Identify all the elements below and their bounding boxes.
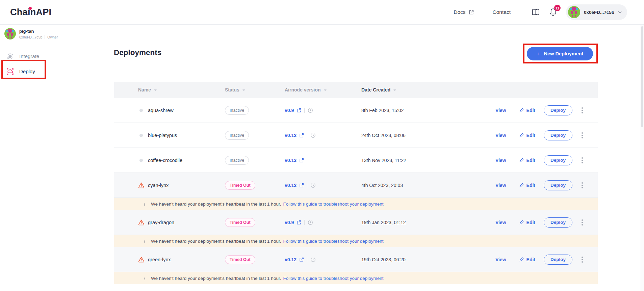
edit-button[interactable]: Edit [519,220,535,225]
view-button[interactable]: View [495,108,506,113]
navbar-right: Docs Contact [454,4,627,20]
version-link[interactable]: v0.9 [285,220,301,225]
deployment-name: aqua-shrew [148,108,174,113]
notification-count-badge: 11 [554,5,561,11]
name-cell: green-lynx [114,256,225,263]
sidebar-item-label: Deploy [19,69,35,74]
top-navbar: ChainAPI Docs Contact [0,0,644,25]
edit-button[interactable]: Edit [519,257,535,262]
version-divider [304,108,305,113]
version-extra [304,257,316,262]
status-badge: Timed Out [225,218,255,227]
sort-icon[interactable] [393,89,396,91]
scrollbar-thumb[interactable] [641,26,643,127]
update-clock-icon[interactable] [310,183,316,188]
sidebar-item-deploy[interactable]: Deploy [0,64,65,79]
account-menu[interactable]: 0x0eFD...7c5b [566,4,627,20]
date-cell: 24th Oct 2023, 08:06 [361,133,457,138]
deployment-name: coffee-crocodile [148,158,182,163]
date-created: 24th Oct 2023, 08:06 [361,133,406,138]
notifications-button[interactable]: 11 [549,8,557,17]
edit-button[interactable]: Edit [519,133,535,138]
docs-label: Docs [454,9,465,15]
status-cell: Inactive [225,106,285,115]
version-link[interactable]: v0.12 [285,183,304,188]
table-row: green-lynx Timed Out v0.12 [114,247,598,272]
contact-label: Contact [493,9,511,15]
deploy-button[interactable]: Deploy [544,130,572,140]
new-deployment-button[interactable]: + New Deployment [527,47,593,60]
docs-book-button[interactable] [531,8,540,16]
troubleshoot-link[interactable]: Follow this guide to troubleshoot your d… [283,276,383,281]
update-clock-icon[interactable] [310,257,316,262]
kebab-menu-icon[interactable] [580,156,584,165]
table-row: blue-platypus Inactive v0.12 [114,123,598,148]
sort-icon[interactable] [324,89,327,91]
sidebar-item-integrate[interactable]: Integrate [0,49,65,64]
deploy-button[interactable]: Deploy [544,255,572,265]
view-button[interactable]: View [495,183,506,188]
date-cell: 4th Oct 2023, 20:03 [361,183,457,188]
name-cell: coffee-crocodile [114,158,225,163]
deploy-button[interactable]: Deploy [544,105,572,115]
inactive-dot-icon [139,134,143,137]
kebab-menu-icon[interactable] [580,131,584,140]
chevron-down-icon [618,11,622,14]
docs-link[interactable]: Docs [454,9,473,15]
version-link[interactable]: v0.13 [285,158,304,163]
column-header-name[interactable]: Name [114,87,225,92]
warning-message: We haven't heard your deployment's heart… [151,202,281,207]
warning-message: We haven't heard your deployment's heart… [151,276,281,281]
avatar [4,28,16,39]
actions-cell: View Edit Deploy [457,130,598,140]
update-clock-icon[interactable] [308,220,313,225]
deployments-table: Name Status Airnode version Date Created [114,82,598,291]
actions-cell: View Edit Deploy [457,105,598,115]
avatar [568,6,580,18]
troubleshoot-link[interactable]: Follow this guide to troubleshoot your d… [283,239,383,244]
date-created: 4th Oct 2023, 20:03 [361,183,403,188]
version-link[interactable]: v0.9 [285,108,301,113]
view-button[interactable]: View [495,220,506,225]
warning-icon [142,201,148,207]
external-link-icon [299,257,304,262]
sort-icon[interactable] [154,89,157,91]
version-cell: v0.12 [285,133,361,138]
view-button[interactable]: View [495,133,506,138]
scrollbar-track[interactable] [640,24,644,291]
version-extra [301,108,313,113]
sidebar-user-block: pig-tan 0x0eFD...7c5b Owner [0,24,65,44]
deploy-button[interactable]: Deploy [544,217,572,228]
contact-link[interactable]: Contact [493,9,511,15]
deploy-button[interactable]: Deploy [544,180,572,190]
troubleshoot-link[interactable]: Follow this guide to troubleshoot your d… [283,202,383,207]
column-header-version[interactable]: Airnode version [285,87,361,92]
pencil-icon [519,257,524,262]
kebab-menu-icon[interactable] [580,106,584,115]
column-header-date[interactable]: Date Created [361,87,457,92]
chainapi-logo[interactable]: ChainAPI [10,7,51,18]
edit-button[interactable]: Edit [519,158,535,163]
kebab-menu-icon[interactable] [580,181,584,190]
row-warning-icon [138,256,145,263]
status-cell: Timed Out [225,218,285,227]
version-link[interactable]: v0.12 [285,133,304,138]
update-clock-icon[interactable] [310,133,316,138]
edit-button[interactable]: Edit [519,183,535,188]
external-link-icon [469,10,474,15]
column-header-status[interactable]: Status [225,87,285,92]
version-label: v0.12 [285,257,297,262]
version-link[interactable]: v0.12 [285,257,304,262]
view-button[interactable]: View [495,158,506,163]
external-link-icon [297,220,301,225]
version-extra [304,183,316,188]
kebab-menu-icon[interactable] [580,218,584,227]
edit-button[interactable]: Edit [519,108,535,113]
sort-icon[interactable] [242,89,245,91]
update-clock-icon[interactable] [308,108,313,113]
table-header: Name Status Airnode version Date Created [114,82,598,98]
view-button[interactable]: View [495,257,506,262]
date-cell: 19th Oct 2023, 06:20 [361,257,457,262]
kebab-menu-icon[interactable] [580,255,584,264]
deploy-button[interactable]: Deploy [544,155,572,165]
